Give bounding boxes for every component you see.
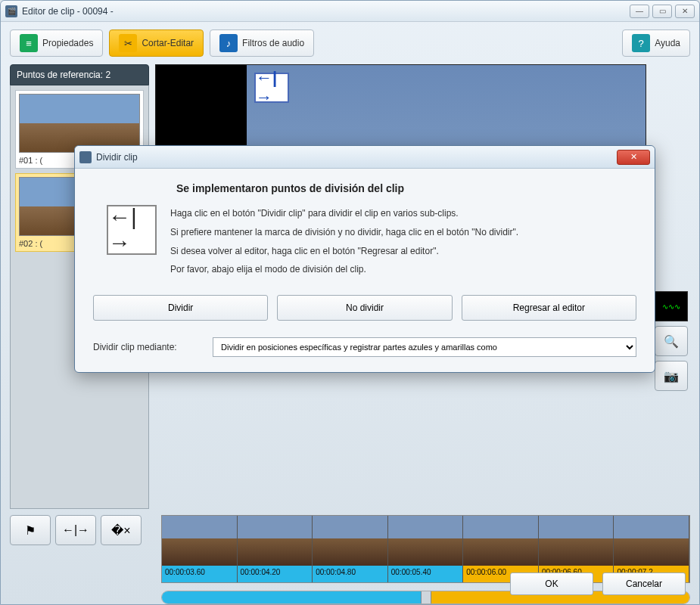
cancel-button[interactable]: Cancelar	[602, 572, 686, 595]
dialog-heading: Se implementaron puntos de división del …	[176, 182, 636, 194]
dialog-line: Si desea volver al editor, haga clic en …	[170, 243, 636, 260]
frame-thumbnail	[463, 516, 538, 566]
properties-label: Propiedades	[42, 38, 93, 48]
document-icon: ≡	[20, 34, 38, 52]
window-title: Editor de clip - 00094 -	[22, 6, 114, 17]
camera-tool-button[interactable]: 📷	[655, 361, 688, 391]
timeline-frame[interactable]: 00:00:05.40	[388, 516, 464, 582]
dialog-line: Haga clic en el botón "Dividir clip" par…	[170, 205, 636, 222]
cut-edit-button[interactable]: ✂ Cortar-Editar	[109, 29, 204, 57]
titlebar: 🎬 Editor de clip - 00094 - — ▭ ✕	[1, 1, 699, 22]
timeline-frame[interactable]: 00:00:04.80	[313, 516, 388, 582]
close-button[interactable]: ✕	[675, 5, 695, 18]
music-note-icon: ♪	[219, 34, 238, 52]
frame-thumbnail	[539, 516, 614, 566]
minimize-button[interactable]: —	[630, 5, 649, 18]
frame-thumbnail	[388, 516, 463, 566]
dialog-titlebar: Dividir clip ✕	[75, 146, 655, 169]
frame-timestamp: 00:00:04.20	[238, 566, 313, 582]
timeline-frame[interactable]: 00:00:03.60	[162, 516, 238, 582]
split-clip-dialog: Dividir clip ✕ Se implementaron puntos d…	[74, 145, 655, 373]
dialog-title: Dividir clip	[96, 152, 138, 163]
audio-filters-button[interactable]: ♪ Filtros de audio	[210, 29, 314, 57]
dialog-line: Si prefiere mantener la marca de divisió…	[170, 224, 636, 241]
app-icon: 🎬	[5, 5, 17, 17]
right-toolbar: ∿∿∿ 🔍 📷	[652, 64, 690, 509]
dialog-description: Haga clic en el botón "Dividir clip" par…	[170, 205, 636, 280]
frame-timestamp: 00:00:03.60	[162, 566, 237, 582]
reference-thumbnail	[19, 94, 140, 153]
cut-edit-label: Cortar-Editar	[142, 38, 194, 48]
help-button[interactable]: ? Ayuda	[622, 29, 690, 57]
frame-timestamp: 00:00:04.80	[313, 566, 387, 582]
frame-thumbnail	[614, 516, 689, 566]
reference-points-header: Puntos de referencia: 2	[10, 64, 149, 85]
split-marker-icon[interactable]: ←|→	[254, 73, 289, 103]
frame-thumbnail	[238, 516, 313, 566]
back-to-editor-button[interactable]: Regresar al editor	[462, 295, 636, 321]
help-label: Ayuda	[655, 38, 680, 48]
timeline-frame[interactable]: 00:00:04.20	[238, 516, 313, 582]
toolbar: ≡ Propiedades ✂ Cortar-Editar ♪ Filtros …	[1, 22, 699, 64]
split-button[interactable]: ←|→	[55, 515, 96, 545]
delete-button[interactable]: �×	[101, 515, 142, 545]
help-icon: ?	[632, 34, 650, 52]
split-confirm-button[interactable]: Dividir	[93, 295, 268, 321]
dialog-app-icon	[79, 151, 92, 163]
frame-thumbnail	[162, 516, 237, 566]
maximize-button[interactable]: ▭	[652, 5, 672, 18]
ok-button[interactable]: OK	[510, 572, 593, 595]
split-mode-select[interactable]: Dividir en posiciones específicas y regi…	[213, 337, 636, 357]
split-icon: ←|→	[107, 205, 157, 255]
frame-thumbnail	[313, 516, 387, 566]
split-mode-label: Dividir clip mediante:	[93, 342, 199, 352]
scrub-blue-region	[162, 591, 426, 603]
dialog-close-button[interactable]: ✕	[617, 150, 650, 165]
dialog-line: Por favor, abajo elija el modo de divisi…	[170, 261, 636, 278]
no-split-button[interactable]: No dividir	[277, 295, 452, 321]
properties-button[interactable]: ≡ Propiedades	[10, 29, 103, 57]
flag-button[interactable]: ⚑	[10, 515, 51, 545]
footer-buttons: OK Cancelar	[510, 572, 686, 595]
zoom-tool-button[interactable]: 🔍	[655, 326, 688, 356]
audio-filters-label: Filtros de audio	[242, 38, 304, 48]
scrub-handle[interactable]	[421, 591, 431, 604]
scissors-icon: ✂	[119, 34, 137, 52]
waveform-display: ∿∿∿	[655, 291, 688, 321]
frame-timestamp: 00:00:05.40	[388, 566, 463, 582]
